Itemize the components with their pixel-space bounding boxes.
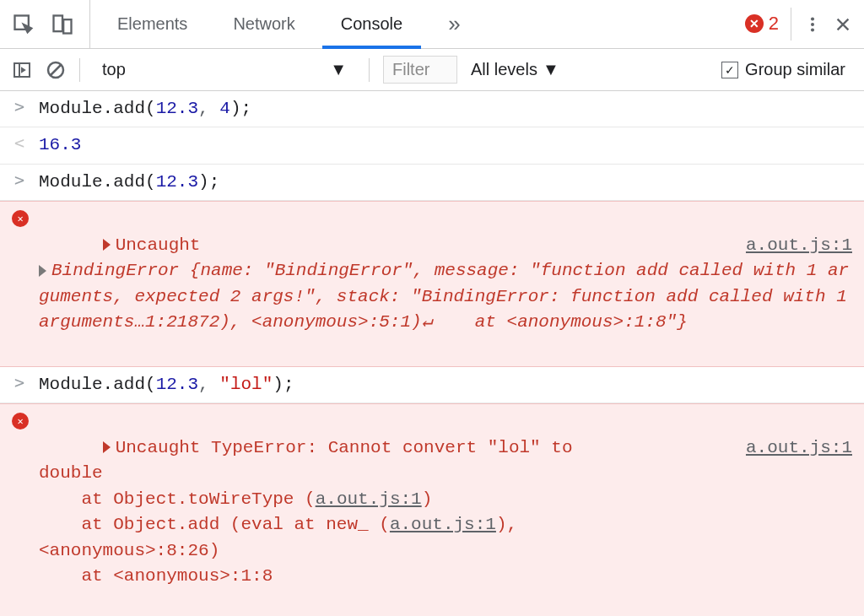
error-title: Uncaught TypeError: Cannot convert "lol"… <box>116 438 594 457</box>
error-title: Uncaught <box>116 235 201 255</box>
output-row[interactable]: < 16.3 <box>0 127 864 164</box>
inspect-element-icon[interactable] <box>12 13 35 36</box>
error-row[interactable]: ✕ a.out.js:1Uncaught TypeError: Cannot c… <box>0 403 864 616</box>
svg-point-4 <box>811 22 814 25</box>
svg-point-3 <box>811 17 814 20</box>
source-link[interactable]: a.out.js:1 <box>746 233 852 258</box>
expand-icon[interactable] <box>39 265 46 277</box>
expand-icon[interactable] <box>103 239 111 251</box>
svg-rect-2 <box>63 19 71 33</box>
filter-input[interactable]: Filter <box>383 56 457 84</box>
error-message: BindingError {name: "BindingError", mess… <box>39 261 857 332</box>
source-link[interactable]: a.out.js:1 <box>316 489 422 509</box>
clear-console-icon[interactable] <box>46 60 66 80</box>
overflow-menu-icon[interactable] <box>803 15 822 34</box>
svg-rect-1 <box>54 15 63 31</box>
svg-point-5 <box>811 28 814 31</box>
group-similar-label: Group similar <box>745 60 845 79</box>
devtools-tab-bar: Elements Network Console » ✕ 2 <box>0 0 864 49</box>
source-link[interactable]: a.out.js:1 <box>390 515 496 534</box>
console-toolbar: top ▼ Filter All levels ▼ ✓ Group simila… <box>0 49 864 91</box>
error-icon: ✕ <box>12 409 27 430</box>
expand-icon[interactable] <box>103 441 111 453</box>
tab-elements[interactable]: Elements <box>99 0 206 48</box>
output-caret-icon: < <box>12 132 27 153</box>
input-caret-icon: > <box>12 170 27 190</box>
input-row[interactable]: > Module.add(12.3, 4); <box>0 91 864 127</box>
error-icon: ✕ <box>745 14 764 33</box>
error-count: 2 <box>769 13 779 35</box>
svg-line-10 <box>51 65 61 75</box>
tabs-overflow-button[interactable]: » <box>429 0 478 48</box>
tab-console[interactable]: Console <box>322 0 421 48</box>
input-caret-icon: > <box>12 372 27 392</box>
console-sidebar-toggle-icon[interactable] <box>12 60 32 80</box>
levels-label: All levels <box>471 60 537 79</box>
tab-network[interactable]: Network <box>214 0 313 48</box>
error-icon: ✕ <box>12 207 27 227</box>
chevron-down-icon: ▼ <box>543 60 559 79</box>
input-row[interactable]: > Module.add(12.3, "lol"); <box>0 367 864 403</box>
inspect-toolbar <box>12 0 90 48</box>
execution-context-selector[interactable]: top ▼ <box>94 60 355 79</box>
console-output: > Module.add(12.3, 4); < 16.3 > Module.a… <box>0 91 864 616</box>
error-row[interactable]: ✕ a.out.js:1UncaughtBindingError {name: … <box>0 201 864 367</box>
context-label: top <box>102 60 126 79</box>
chevron-down-icon: ▼ <box>330 60 347 79</box>
error-count-badge[interactable]: ✕ 2 <box>745 8 791 41</box>
checkmark-icon: ✓ <box>721 62 738 78</box>
group-similar-checkbox[interactable]: ✓ Group similar <box>721 60 852 79</box>
svg-marker-8 <box>22 68 24 72</box>
log-levels-selector[interactable]: All levels ▼ <box>471 60 559 79</box>
input-row[interactable]: > Module.add(12.3); <box>0 165 864 201</box>
input-caret-icon: > <box>12 96 27 116</box>
source-link[interactable]: a.out.js:1 <box>746 435 852 461</box>
close-icon[interactable] <box>834 15 852 34</box>
device-toggle-icon[interactable] <box>51 13 74 36</box>
